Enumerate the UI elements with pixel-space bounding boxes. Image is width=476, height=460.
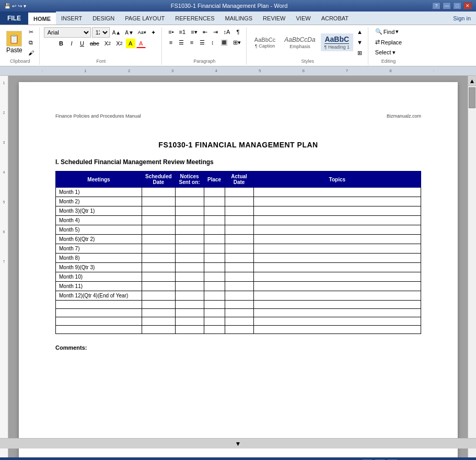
cell-data — [175, 254, 204, 263]
find-icon: 🔍 — [375, 28, 382, 35]
font-name-select[interactable]: Arial — [44, 27, 91, 38]
scroll-thumb[interactable] — [469, 87, 476, 108]
cell-data — [204, 263, 225, 272]
cell-data — [204, 317, 225, 326]
scroll-down-button[interactable]: ▼ — [0, 438, 476, 448]
cell-meeting-name: Month 8) — [56, 254, 142, 263]
bold-button[interactable]: B — [56, 39, 66, 48]
cell-data — [253, 197, 421, 206]
tab-review[interactable]: REVIEW — [258, 12, 291, 25]
tab-home[interactable]: HOME — [28, 12, 56, 25]
format-painter-button[interactable]: 🖌 — [26, 48, 36, 58]
align-center-button[interactable]: ☰ — [177, 38, 186, 47]
quick-save-icon[interactable]: 💾 — [4, 3, 10, 9]
table-row: Month 3)(Qtr 1) — [56, 206, 421, 216]
styles-expand[interactable]: ⊞ — [355, 48, 365, 58]
underline-button[interactable]: U — [77, 39, 87, 48]
clear-formatting-button[interactable]: ✦ — [149, 28, 158, 37]
tab-page-layout[interactable]: PAGE LAYOUT — [120, 12, 170, 25]
numbering-button[interactable]: ≡1 — [177, 27, 188, 37]
strikethrough-button[interactable]: abc — [88, 39, 101, 48]
quick-redo-icon[interactable]: ↪ — [18, 3, 22, 9]
line-spacing-button[interactable]: ↕ — [208, 38, 217, 47]
borders-button[interactable]: ⊞▾ — [231, 38, 243, 47]
style-caption[interactable]: AaBbCc ¶ Caption — [251, 35, 279, 50]
tab-mailings[interactable]: MAILINGS — [220, 12, 258, 25]
cell-data — [225, 225, 253, 235]
tab-insert[interactable]: INSERT — [56, 12, 87, 25]
font-row1: Arial 12 A▲ A▼ Aa▾ ✦ — [44, 27, 158, 38]
quick-undo-icon[interactable]: ↩ — [12, 3, 16, 9]
sign-in-link[interactable]: Sign in — [448, 15, 476, 21]
cell-meeting-name: Month 6)(Qtr 2) — [56, 235, 142, 244]
styles-scroll-down[interactable]: ▼ — [355, 38, 365, 47]
close-button[interactable]: ✕ — [463, 2, 472, 9]
col-header-actual: Actual Date — [225, 171, 253, 188]
font-label: Font — [96, 59, 106, 65]
style-heading1-preview: AaBbC — [324, 35, 349, 44]
cell-data — [225, 216, 253, 225]
italic-button[interactable]: I — [67, 39, 76, 48]
sort-button[interactable]: ↕A — [222, 27, 233, 37]
scroll-up-button[interactable]: ▲ — [468, 76, 476, 86]
font-size-select[interactable]: 12 — [92, 27, 110, 38]
find-label: Find — [384, 29, 394, 35]
align-right-button[interactable]: ≡ — [187, 38, 196, 47]
minimize-button[interactable]: — — [443, 2, 451, 9]
cell-meeting-name: Month 5) — [56, 225, 142, 235]
style-emphasis[interactable]: AaBbCcDa Emphasis — [281, 34, 319, 51]
maximize-button[interactable]: □ — [453, 2, 461, 9]
cell-data — [142, 272, 176, 282]
show-formatting-button[interactable]: ¶ — [233, 27, 242, 37]
cell-meeting-name: Month 12)(Qtr 4)(End of Year) — [56, 291, 142, 301]
comments-label: Comments: — [55, 344, 421, 351]
tab-design[interactable]: DESIGN — [87, 12, 120, 25]
col-header-scheduled: Scheduled Date — [142, 171, 176, 188]
find-button[interactable]: 🔍 Find ▾ — [373, 27, 401, 36]
cell-data — [253, 225, 421, 235]
table-row: Month 12)(Qtr 4)(End of Year) — [56, 291, 421, 301]
align-left-button[interactable]: ≡ — [166, 38, 176, 47]
shading-button[interactable]: 🔳 — [218, 38, 230, 47]
vertical-scrollbar[interactable]: ▲ ▼ — [468, 76, 476, 457]
cell-data — [204, 291, 225, 301]
tab-file[interactable]: FILE — [0, 12, 28, 25]
decrease-indent-button[interactable]: ⇤ — [201, 27, 210, 37]
cut-button[interactable]: ✂ — [26, 27, 36, 37]
cell-data — [225, 326, 253, 334]
change-case-button[interactable]: Aa▾ — [136, 28, 148, 37]
subscript-button[interactable]: X2 — [102, 39, 113, 48]
style-heading1[interactable]: AaBbC ¶ Heading 1 — [321, 33, 353, 51]
cell-data — [142, 326, 176, 334]
tab-acrobat[interactable]: ACROBAT — [316, 12, 354, 25]
cell-data — [225, 282, 253, 291]
tab-references[interactable]: REFERENCES — [170, 12, 219, 25]
ribbon-content: 📋 Paste ✂ ⧉ 🖌 Clipboard Arial 12 A▲ A▼ — [0, 25, 476, 66]
superscript-button[interactable]: X2 — [114, 39, 124, 48]
font-color-button[interactable]: A — [136, 39, 146, 48]
justify-button[interactable]: ☰ — [198, 38, 207, 47]
copy-button[interactable]: ⧉ — [26, 38, 36, 47]
cell-data — [225, 197, 253, 206]
styles-label: Styles — [301, 59, 315, 65]
font-grow-button[interactable]: A▲ — [111, 28, 123, 37]
tab-view[interactable]: VIEW — [291, 12, 316, 25]
cell-data — [175, 206, 204, 216]
document-scroll-area[interactable]: Finance Policies and Procedures Manual B… — [8, 76, 468, 457]
increase-indent-button[interactable]: ⇥ — [211, 27, 220, 37]
replace-button[interactable]: ⇄ Replace — [373, 38, 404, 47]
multilevel-list-button[interactable]: ≡▾ — [189, 27, 199, 37]
table-row — [56, 301, 421, 309]
styles-scroll-up[interactable]: ▲ — [355, 27, 365, 37]
cell-data — [225, 272, 253, 282]
select-button[interactable]: Select ▾ — [373, 48, 399, 57]
paste-button[interactable]: 📋 Paste — [4, 30, 25, 55]
font-row2: B I U abc X2 X2 A A — [56, 39, 146, 48]
help-button[interactable]: ? — [432, 2, 440, 9]
table-header-row: Meetings Scheduled Date Notices Sent on:… — [56, 171, 421, 188]
cell-data — [204, 235, 225, 244]
cell-data — [204, 309, 225, 317]
bullets-button[interactable]: ≡• — [166, 27, 176, 37]
text-highlight-button[interactable]: A — [126, 39, 135, 48]
font-shrink-button[interactable]: A▼ — [123, 28, 135, 37]
